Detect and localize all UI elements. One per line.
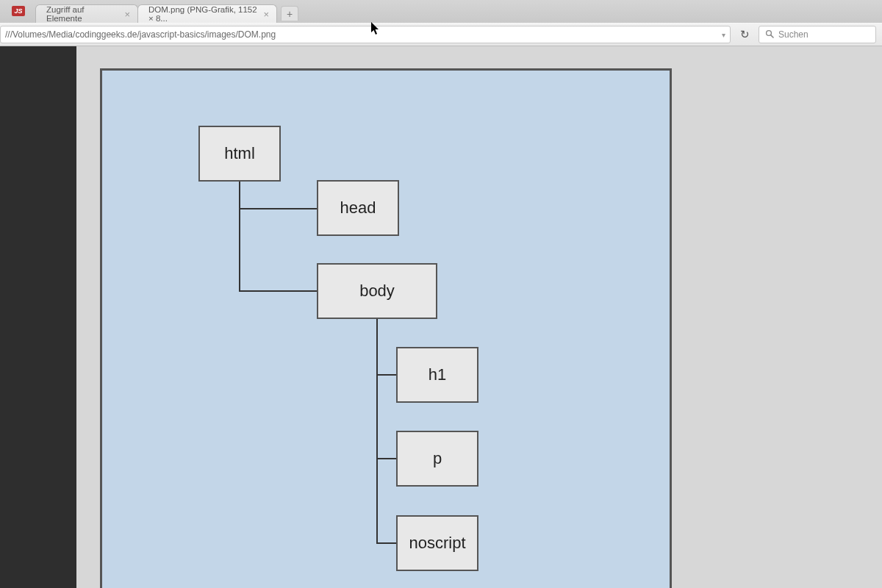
browser-chrome: JS Zugriff auf Elemente × DOM.png (PNG-G… — [0, 0, 882, 588]
tab-inactive[interactable]: Zugriff auf Elemente × — [35, 4, 138, 23]
svg-line-1 — [771, 35, 773, 37]
reload-button[interactable]: ↻ — [735, 26, 754, 43]
tab-strip: JS Zugriff auf Elemente × DOM.png (PNG-G… — [0, 0, 882, 23]
search-placeholder: Suchen — [778, 29, 808, 40]
node-body: body — [317, 263, 437, 319]
url-text: ///Volumes/Media/codinggeeks.de/javascri… — [5, 29, 276, 40]
viewport: html head body h1 p noscript — [0, 46, 882, 588]
node-p: p — [396, 431, 478, 487]
navigation-toolbar: ///Volumes/Media/codinggeeks.de/javascri… — [0, 23, 882, 46]
edge — [239, 208, 317, 209]
node-noscript: noscript — [396, 515, 478, 571]
search-icon — [765, 29, 774, 40]
app-favicon: JS — [12, 6, 25, 16]
edge — [376, 374, 396, 376]
edge — [376, 319, 378, 544]
tab-active[interactable]: DOM.png (PNG-Grafik, 1152 × 8... × — [137, 4, 277, 23]
edge — [376, 458, 396, 459]
close-icon[interactable]: × — [124, 10, 130, 19]
dom-tree-diagram: html head body h1 p noscript — [100, 68, 672, 588]
search-box[interactable]: Suchen — [759, 26, 876, 43]
url-bar[interactable]: ///Volumes/Media/codinggeeks.de/javascri… — [0, 26, 731, 43]
node-h1: h1 — [396, 347, 478, 403]
edge — [239, 182, 240, 292]
close-icon[interactable]: × — [263, 10, 269, 19]
new-tab-button[interactable]: + — [281, 6, 298, 21]
edge — [239, 290, 317, 292]
tab-label: DOM.png (PNG-Grafik, 1152 × 8... — [148, 5, 257, 23]
content-area[interactable]: html head body h1 p noscript — [76, 46, 882, 588]
edge — [376, 542, 396, 544]
dropdown-icon[interactable]: ▾ — [717, 31, 725, 39]
tab-label: Zugriff auf Elemente — [46, 5, 118, 23]
image-letterbox-left — [0, 46, 76, 588]
node-head: head — [317, 180, 399, 236]
node-html: html — [198, 126, 281, 182]
